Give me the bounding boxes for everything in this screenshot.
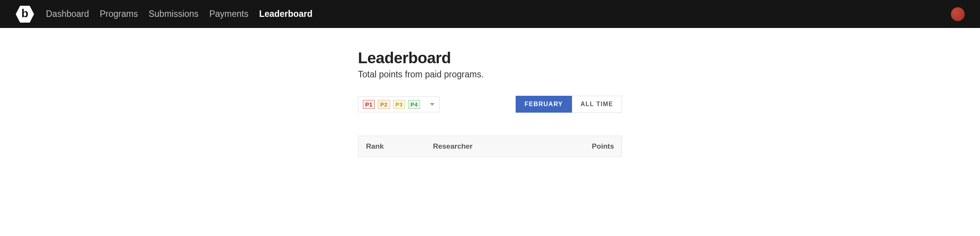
table-header: Rank Researcher Points xyxy=(358,136,622,157)
nav-dashboard[interactable]: Dashboard xyxy=(46,9,89,19)
toggle-all-time[interactable]: ALL TIME xyxy=(572,96,622,113)
leaderboard-table: Rank Researcher Points xyxy=(358,136,622,157)
priority-filter-dropdown[interactable]: P1 P2 P3 P4 xyxy=(358,97,439,112)
nav-programs[interactable]: Programs xyxy=(100,9,138,19)
hexagon-b-icon: b xyxy=(15,5,34,24)
col-header-points: Points xyxy=(576,142,614,151)
page-title: Leaderboard xyxy=(358,49,622,67)
main: Leaderboard Total points from paid progr… xyxy=(358,28,622,157)
nav-leaderboard[interactable]: Leaderboard xyxy=(259,9,312,19)
priority-badge-p2: P2 xyxy=(378,100,390,109)
nav-submissions[interactable]: Submissions xyxy=(149,9,198,19)
chevron-down-icon xyxy=(430,103,434,106)
topbar-left: b Dashboard Programs Submissions Payment… xyxy=(15,5,312,24)
avatar[interactable] xyxy=(951,7,965,21)
topbar: b Dashboard Programs Submissions Payment… xyxy=(0,0,980,28)
time-toggle: FEBRUARY ALL TIME xyxy=(516,96,622,113)
page-subtitle: Total points from paid programs. xyxy=(358,69,622,80)
nav-payments[interactable]: Payments xyxy=(209,9,248,19)
toggle-current-month[interactable]: FEBRUARY xyxy=(516,96,572,113)
col-header-researcher: Researcher xyxy=(433,142,576,151)
nav: Dashboard Programs Submissions Payments … xyxy=(46,9,312,19)
priority-badge-p1: P1 xyxy=(363,100,375,109)
priority-badge-p4: P4 xyxy=(408,100,420,109)
controls-row: P1 P2 P3 P4 FEBRUARY ALL TIME xyxy=(358,96,622,113)
priority-badge-p3: P3 xyxy=(393,100,405,109)
col-header-rank: Rank xyxy=(366,142,433,151)
svg-text:b: b xyxy=(21,7,28,20)
logo[interactable]: b xyxy=(15,5,34,24)
